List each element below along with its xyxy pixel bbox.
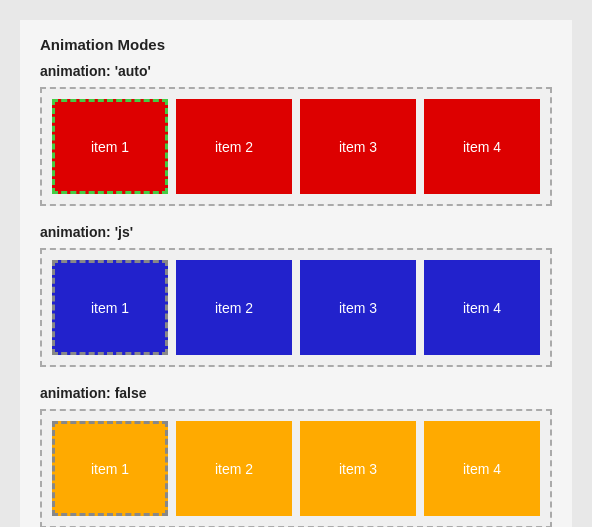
section-label-auto: animation: 'auto' — [40, 63, 552, 79]
item-false-2[interactable]: item 2 — [176, 421, 292, 516]
item-auto-4[interactable]: item 4 — [424, 99, 540, 194]
section-false: animation: false item 1 item 2 item 3 it… — [40, 385, 552, 527]
item-label-false-3: item 3 — [339, 461, 377, 477]
item-label-js-2: item 2 — [215, 300, 253, 316]
item-label-false-2: item 2 — [215, 461, 253, 477]
item-js-2[interactable]: item 2 — [176, 260, 292, 355]
main-title: Animation Modes — [40, 36, 552, 53]
page-container: Animation Modes animation: 'auto' item 1… — [20, 20, 572, 527]
item-auto-2[interactable]: item 2 — [176, 99, 292, 194]
item-label-auto-3: item 3 — [339, 139, 377, 155]
section-label-false: animation: false — [40, 385, 552, 401]
section-js: animation: 'js' item 1 item 2 item 3 ite… — [40, 224, 552, 367]
item-label-js-1: item 1 — [91, 300, 129, 316]
items-container-auto: item 1 item 2 item 3 item 4 — [40, 87, 552, 206]
section-label-js: animation: 'js' — [40, 224, 552, 240]
item-false-1[interactable]: item 1 — [52, 421, 168, 516]
item-label-false-1: item 1 — [91, 461, 129, 477]
item-auto-1[interactable]: item 1 — [52, 99, 168, 194]
item-label-auto-4: item 4 — [463, 139, 501, 155]
item-js-1[interactable]: item 1 — [52, 260, 168, 355]
item-auto-3[interactable]: item 3 — [300, 99, 416, 194]
item-js-4[interactable]: item 4 — [424, 260, 540, 355]
section-auto: animation: 'auto' item 1 item 2 item 3 i… — [40, 63, 552, 206]
items-container-false: item 1 item 2 item 3 item 4 — [40, 409, 552, 527]
item-false-3[interactable]: item 3 — [300, 421, 416, 516]
item-label-js-3: item 3 — [339, 300, 377, 316]
item-js-3[interactable]: item 3 — [300, 260, 416, 355]
item-label-auto-1: item 1 — [91, 139, 129, 155]
item-false-4[interactable]: item 4 — [424, 421, 540, 516]
items-container-js: item 1 item 2 item 3 item 4 — [40, 248, 552, 367]
item-label-false-4: item 4 — [463, 461, 501, 477]
item-label-auto-2: item 2 — [215, 139, 253, 155]
item-label-js-4: item 4 — [463, 300, 501, 316]
